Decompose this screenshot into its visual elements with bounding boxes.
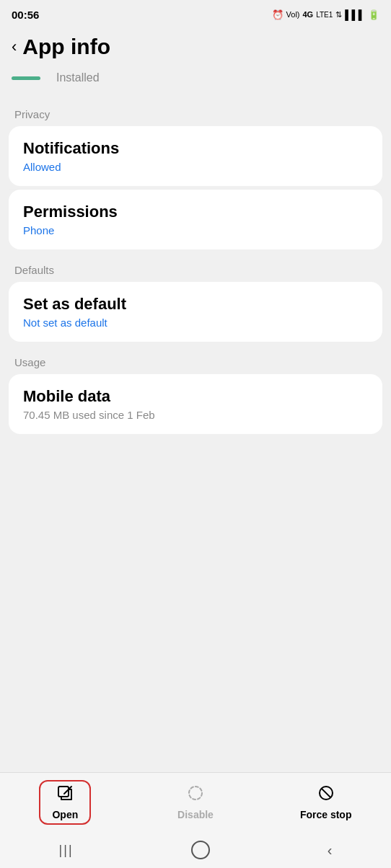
mobile-data-title: Mobile data [23,387,368,406]
nav-bar: ||| ‹ [0,832,391,868]
permissions-card[interactable]: Permissions Phone [9,190,382,249]
back-button[interactable]: ‹ [12,37,17,56]
lte-icon: LTE1 [316,11,333,19]
set-as-default-subtitle: Not set as default [23,316,368,329]
app-icon-bar [12,76,40,80]
open-button-wrapper[interactable]: Open [39,780,91,825]
open-button[interactable]: Open [0,780,131,825]
data-icon: ⇅ [335,10,342,19]
app-status-text: Installed [56,71,100,84]
battery-icon: 🔋 [368,9,379,20]
recent-apps-icon[interactable]: ||| [59,843,74,858]
notifications-title: Notifications [23,139,368,158]
notifications-subtitle: Allowed [23,161,368,173]
status-time: 00:56 [12,9,39,21]
status-bar: 00:56 ⏰ Vol) 4G LTE1 ⇅ ▌▌▌ 🔋 [0,0,391,29]
back-nav-icon[interactable]: ‹ [328,842,333,859]
network-icon: 4G [303,10,314,19]
permissions-title: Permissions [23,203,368,221]
main-content: Installed Privacy Notifications Allowed … [0,71,391,531]
svg-point-2 [189,787,202,800]
disable-icon [187,784,204,806]
bottom-action-bar: Open Disable Force stop [0,772,391,832]
open-label: Open [52,809,78,820]
home-icon[interactable] [191,841,210,859]
app-icon [12,71,48,85]
disable-label: Disable [177,809,214,820]
signal-icon: ▌▌▌ [345,9,365,20]
disable-button[interactable]: Disable [131,784,261,820]
mobile-data-subtitle: 70.45 MB used since 1 Feb [23,409,368,421]
section-label-privacy: Privacy [0,97,391,126]
open-icon [56,784,74,806]
status-icons: ⏰ Vol) 4G LTE1 ⇅ ▌▌▌ 🔋 [272,9,379,20]
permissions-subtitle: Phone [23,224,368,236]
page-title: App info [22,35,110,59]
volume-icon: Vol) [286,10,300,19]
force-stop-button[interactable]: Force stop [260,784,391,820]
set-as-default-title: Set as default [23,295,368,314]
mobile-data-card[interactable]: Mobile data 70.45 MB used since 1 Feb [9,374,382,434]
alarm-icon: ⏰ [272,9,284,20]
app-status-row: Installed [0,71,391,97]
header: ‹ App info [0,29,391,71]
section-label-defaults: Defaults [0,252,391,282]
set-as-default-card[interactable]: Set as default Not set as default [9,282,382,342]
force-stop-label: Force stop [300,809,352,820]
section-label-usage: Usage [0,345,391,374]
svg-line-4 [322,789,330,797]
force-stop-icon [317,784,335,806]
notifications-card[interactable]: Notifications Allowed [9,126,382,186]
